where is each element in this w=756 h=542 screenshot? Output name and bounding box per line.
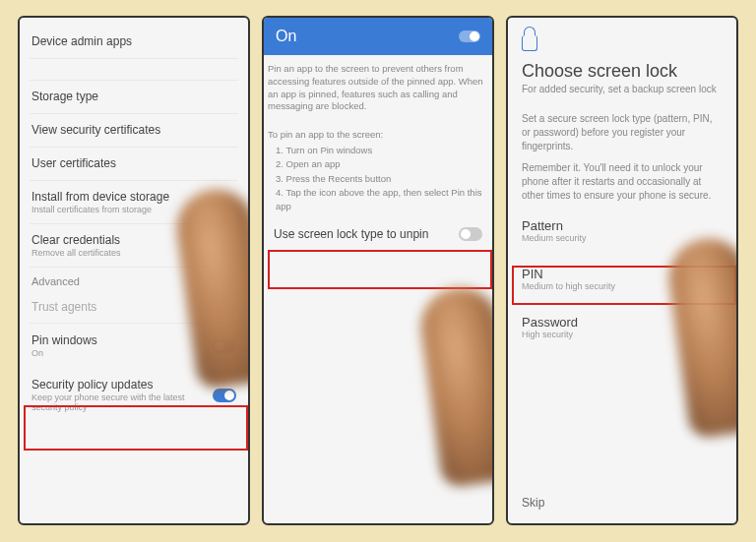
toggle-icon[interactable] bbox=[213, 339, 236, 353]
highlight-box bbox=[268, 250, 492, 289]
step-4: 4. Tap the icon above the app, then sele… bbox=[268, 186, 488, 214]
settings-item-user-certs[interactable]: User certificates bbox=[30, 148, 238, 181]
settings-item-device-admin[interactable]: Device admin apps bbox=[30, 26, 238, 59]
pin-windows-header: On bbox=[264, 18, 492, 55]
settings-item-storage-type[interactable]: Storage type bbox=[30, 81, 238, 114]
settings-item-install-storage[interactable]: Install from device storage Install cert… bbox=[30, 181, 238, 224]
lock-icon bbox=[522, 35, 537, 51]
step-3: 3. Press the Recents button bbox=[268, 172, 488, 186]
finger-overlay bbox=[415, 282, 494, 488]
lock-option-pin[interactable]: PIN Medium to high security bbox=[508, 255, 736, 303]
phone-screenshot-1: Device admin apps Storage type View secu… bbox=[18, 16, 250, 525]
settings-item-clear-creds[interactable]: Clear credentials Remove all certificate… bbox=[30, 224, 238, 268]
settings-item-trust-agents[interactable]: Trust agents bbox=[30, 291, 238, 324]
step-1: 1. Turn on Pin windows bbox=[268, 144, 488, 157]
toggle-icon[interactable] bbox=[213, 389, 236, 402]
settings-item-view-certs[interactable]: View security certificates bbox=[30, 114, 238, 148]
phone-screenshot-2: On Pin an app to the screen to prevent o… bbox=[262, 16, 494, 525]
lock-option-pattern[interactable]: Pattern Medium security bbox=[508, 207, 736, 255]
toggle-icon[interactable] bbox=[459, 30, 480, 42]
skip-button[interactable]: Skip bbox=[522, 496, 544, 510]
steps-list: 1. Turn on Pin windows 2. Open an app 3.… bbox=[264, 144, 492, 213]
steps-header: To pin an app to the screen: bbox=[264, 121, 492, 144]
settings-item-security-updates[interactable]: Security policy updates Keep your phone … bbox=[30, 368, 238, 422]
info-text-2: Remember it. You'll need it to unlock yo… bbox=[508, 157, 736, 207]
info-text-1: Set a secure screen lock type (pattern, … bbox=[508, 108, 736, 157]
lock-option-password[interactable]: Password High security bbox=[508, 303, 736, 351]
settings-item-pin-windows[interactable]: Pin windows On bbox=[30, 324, 238, 368]
section-header-advanced: Advanced bbox=[30, 268, 238, 291]
pin-description: Pin an app to the screen to prevent othe… bbox=[264, 55, 492, 121]
header-title: On bbox=[276, 28, 296, 45]
setting-use-screenlock-unpin[interactable]: Use screen lock type to unpin bbox=[264, 213, 492, 255]
screen-subtitle: For added security, set a backup screen … bbox=[508, 84, 736, 108]
screen-title: Choose screen lock bbox=[508, 51, 736, 84]
settings-item-blank bbox=[30, 59, 238, 81]
phone-screenshot-3: Choose screen lock For added security, s… bbox=[506, 16, 738, 525]
toggle-icon[interactable] bbox=[459, 227, 482, 241]
step-2: 2. Open an app bbox=[268, 157, 488, 171]
